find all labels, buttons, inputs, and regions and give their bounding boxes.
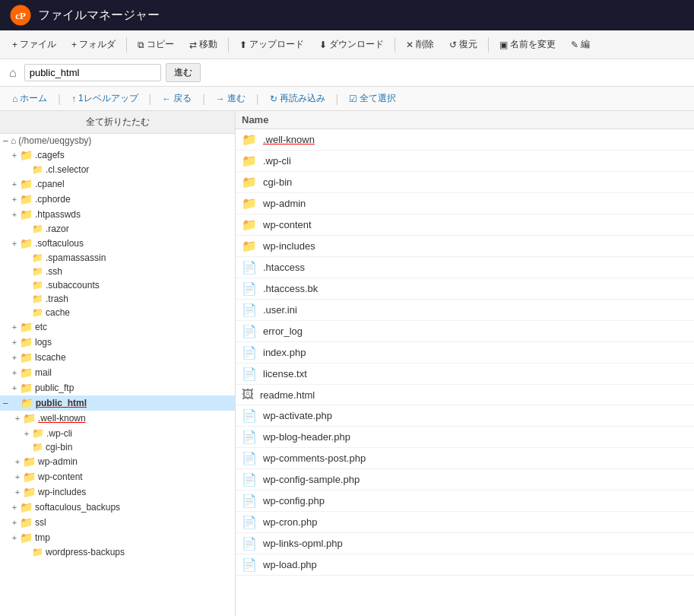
doc-icon: 📄 [242,494,257,508]
download-button[interactable]: ⬇ダウンロード [313,35,390,54]
tree-item-logs[interactable]: + 📁 logs [0,335,235,350]
tree-item-wp-admin-sub[interactable]: + 📁 wp-admin [0,454,235,469]
tree-item-cl-selector[interactable]: 📁 .cl.selector [0,163,235,176]
collapse-all-button[interactable]: 全て折りたたむ [0,111,235,134]
go-button[interactable]: 進む [166,63,201,82]
tree-item-htpasswds[interactable]: + 📁 .htpasswds [0,207,235,222]
file-row[interactable]: 📁 wp-includes [236,236,694,257]
item-label: logs [35,337,52,348]
new-folder-button[interactable]: +フォルダ [65,35,122,54]
item-label: wp-admin [38,456,78,467]
tree-item-ssl[interactable]: + 📁 ssl [0,515,235,530]
tree-item-cpanel[interactable]: + 📁 .cpanel [0,176,235,192]
tree-item-wp-content-sub[interactable]: + 📁 wp-content [0,469,235,484]
tree-item-public-ftp[interactable]: + 📁 public_ftp [0,380,235,395]
file-name: wp-blog-header.php [263,431,350,443]
tree-item-razor[interactable]: 📁 .razor [0,222,235,236]
doc-icon: 📄 [242,472,257,487]
tree-item-well-known[interactable]: + 📁 .well-known [0,411,235,426]
tree-item-trash[interactable]: 📁 .trash [0,292,235,306]
file-row[interactable]: 📁 cgi-bin [236,172,694,193]
toggle-icon: + [12,472,23,481]
tree-item-softaculous-backups[interactable]: + 📁 softaculous_backups [0,500,235,515]
file-row[interactable]: 📄 .htaccess.bk [236,278,694,300]
folder-icon: 📁 [32,294,43,304]
restore-button[interactable]: ↺復元 [443,35,483,54]
tree-item-mail[interactable]: + 📁 mail [0,365,235,380]
file-name: wp-comments-post.php [263,452,366,464]
address-input[interactable] [24,64,161,81]
root-icon: – ⌂ [3,135,16,146]
move-button[interactable]: ⇄移動 [183,35,223,54]
file-row[interactable]: 📄 wp-comments-post.php [236,448,694,469]
tree-item-wordpress-backups[interactable]: 📁 wordpress-backups [0,545,235,559]
copy-button[interactable]: ⧉コピー [132,35,180,54]
tree-item-tmp[interactable]: + 📁 tmp [0,530,235,545]
file-row[interactable]: 📄 wp-blog-header.php [236,427,694,448]
file-row[interactable]: 📁 wp-admin [236,193,694,214]
download-icon: ⬇ [319,40,327,50]
tree-item-public-html[interactable]: – 📁 public_html [0,395,235,411]
tree-item-wp-includes-sub[interactable]: + 📁 wp-includes [0,484,235,500]
tree-item-subaccounts[interactable]: 📁 .subaccounts [0,278,235,292]
tree-item-wp-cli-sub[interactable]: + 📁 .wp-cli [0,426,235,440]
toggle-icon: + [9,503,20,512]
tree-item-cache[interactable]: 📁 cache [0,306,235,319]
file-name: readme.html [260,389,315,401]
folder-icon: 📁 [32,427,44,439]
plus-icon2: + [71,40,77,50]
tree-item-spamassassin[interactable]: 📁 .spamassassin [0,251,235,265]
tree-item-softaculous[interactable]: + 📁 .softaculous [0,236,235,251]
tree-item-cagefs[interactable]: + 📁 .cagefs [0,148,235,163]
file-row[interactable]: 📄 index.php [236,342,694,364]
file-row[interactable]: 📄 .user.ini [236,300,694,321]
tree-item-etc[interactable]: + 📁 etc [0,319,235,335]
file-row[interactable]: 📁 .wp-cli [236,151,694,172]
toggle-icon: + [9,383,20,392]
app-title: ファイルマネージャー [38,8,160,24]
file-row[interactable]: 📄 wp-config-sample.php [236,469,694,491]
file-row[interactable]: 📄 wp-config.php [236,491,694,512]
nav-reload-button[interactable]: ↻再読み込み [264,90,331,107]
upload-button[interactable]: ⬆アップロード [233,35,310,54]
item-label: ssl [35,517,46,528]
file-name: wp-activate.php [263,410,332,421]
folder-icon: 📁 [242,196,257,211]
file-row[interactable]: 📄 wp-load.php [236,554,694,576]
nav-back-button[interactable]: ←戻る [156,90,198,107]
file-row[interactable]: 📁 wp-content [236,214,694,236]
item-label: .subaccounts [46,280,100,291]
doc-icon: 📄 [242,260,257,275]
file-row[interactable]: 📄 .htaccess [236,257,694,278]
file-row[interactable]: 📁 .well-known [236,129,694,151]
item-label: cgi-bin [46,442,72,452]
tree-item-root[interactable]: – ⌂ (/home/ueqgysby) [0,134,235,148]
nav-forward-button[interactable]: →進む [210,90,252,107]
nav-up-button[interactable]: ↑1レベルアップ [65,90,144,107]
tree-item-ssh[interactable]: 📁 .ssh [0,265,235,278]
tree-item-cphorde[interactable]: + 📁 .cphorde [0,192,235,207]
nav-home-button[interactable]: ⌂ ホーム [6,90,53,107]
home-icon-button[interactable]: ⌂ [6,65,20,81]
file-row[interactable]: 📄 error_log [236,321,694,342]
file-row[interactable]: 🖼 readme.html [236,385,694,405]
tree-item-lscache[interactable]: + 📁 lscache [0,350,235,365]
new-file-button[interactable]: +ファイル [6,35,62,54]
tree-item-cgi-bin-sub[interactable]: 📁 cgi-bin [0,440,235,454]
sidebar: 全て折りたたむ – ⌂ (/home/ueqgysby) + 📁 .cagefs… [0,111,236,616]
file-row[interactable]: 📄 wp-links-opml.php [236,533,694,554]
doc-icon: 📄 [242,557,257,572]
rename-button[interactable]: ▣名前を変更 [493,35,562,54]
edit-button[interactable]: ✎編 [565,35,596,54]
delete-button[interactable]: ✕削除 [400,35,440,54]
item-label: softaculous_backups [35,502,120,513]
nav-select-all-button[interactable]: ☑全て選択 [343,90,402,107]
up-icon: ↑ [71,94,76,104]
file-row[interactable]: 📄 license.txt [236,364,694,385]
file-row[interactable]: 📄 wp-activate.php [236,405,694,427]
cpanel-logo-icon: cP [9,4,32,27]
doc-icon: 📄 [242,408,257,423]
file-row[interactable]: 📄 wp-cron.php [236,512,694,533]
item-label: wordpress-backups [46,547,125,557]
logo: cP ファイルマネージャー [9,4,160,27]
